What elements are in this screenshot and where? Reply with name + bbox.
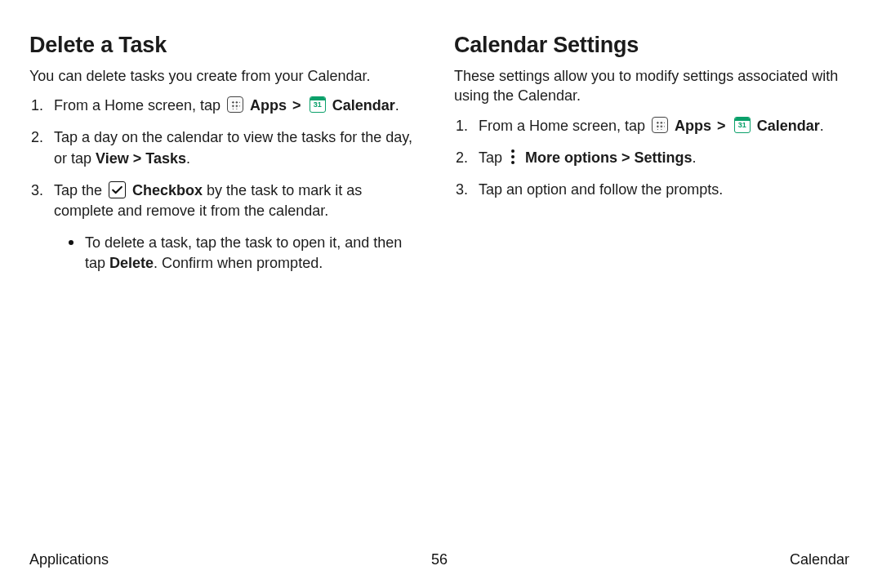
steps-calendar-settings: From a Home screen, tap Apps > Calendar.… [454,116,849,201]
calendar-icon [734,117,751,133]
substep-text-c: . Confirm when prompted. [154,255,323,271]
substep-text-b: Delete [109,255,154,271]
step-3: Tap an option and follow the prompts. [454,180,849,200]
steps-delete-task: From a Home screen, tap Apps > Calendar.… [29,96,425,274]
step-2-text-a: Tap [479,149,506,166]
checkbox-icon [109,181,126,198]
column-delete-task: Delete a Task You can delete tasks you c… [29,33,425,286]
calendar-icon [310,96,326,113]
apps-label: Apps [250,97,287,114]
step-2-period: . [693,149,697,166]
calendar-label: Calendar [332,97,395,114]
apps-icon [227,96,243,113]
column-calendar-settings: Calendar Settings These settings allow y… [454,33,849,286]
page-content: Delete a Task You can delete tasks you c… [0,0,882,286]
calendar-label: Calendar [757,118,820,134]
more-options-icon [509,149,519,165]
chevron-right-icon: > [291,97,303,114]
substeps: To delete a task, tap the task to open i… [54,233,425,274]
step-2-text-b: More options > Settings [525,149,693,166]
heading-delete-task: Delete a Task [29,33,425,58]
heading-calendar-settings: Calendar Settings [454,33,849,58]
checkbox-label: Checkbox [132,182,203,198]
step-3-text: Tap an option and follow the prompts. [479,181,723,198]
step-1-text-pre: From a Home screen, tap [479,118,649,134]
step-1-text-pre: From a Home screen, tap [54,97,225,114]
apps-icon [652,117,668,133]
step-1-period: . [820,118,824,134]
footer-page-number: 56 [29,551,849,568]
apps-label: Apps [675,118,711,134]
intro-calendar-settings: These settings allow you to modify setti… [454,66,849,106]
step-3-text-a: Tap the [54,182,106,198]
substep-delete: To delete a task, tap the task to open i… [69,233,425,274]
step-1: From a Home screen, tap Apps > Calendar. [454,116,849,136]
chevron-right-icon: > [715,118,728,134]
page-footer: Applications 56 Calendar [29,551,849,568]
step-2-text-b: View > Tasks [96,150,186,167]
step-3: Tap the Checkbox by the task to mark it … [29,180,425,274]
intro-delete-task: You can delete tasks you create from you… [29,66,425,86]
step-2: Tap a day on the calendar to view the ta… [29,127,425,168]
step-1-period: . [395,97,399,114]
step-2-period: . [186,150,190,167]
step-2: Tap More options > Settings. [454,148,849,168]
step-1: From a Home screen, tap Apps > Calendar. [29,96,425,116]
